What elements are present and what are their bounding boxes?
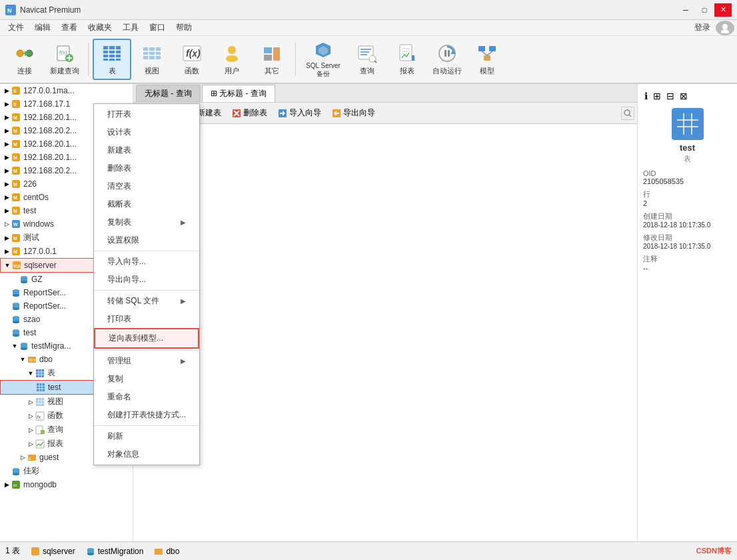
toolbar-sep-1 [88, 43, 89, 76]
restore-button[interactable]: □ [696, 3, 713, 17]
expand-arrow-s10: ▶ [3, 207, 11, 215]
ctx-delete-table[interactable]: 删除表 [94, 159, 199, 177]
ctx-copy[interactable]: 复制 [94, 370, 199, 388]
info-name: test [643, 143, 732, 153]
new-query-label: 新建查询 [50, 66, 79, 76]
ctx-import-wizard[interactable]: 导入向导... [94, 253, 199, 271]
ctx-rename[interactable]: 重命名 [94, 388, 199, 406]
login-label[interactable]: 登录 [689, 21, 716, 35]
info-modified-row: 修改日期 2018-12-18 10:17:35.0 [643, 233, 732, 250]
sidebar-label-tables: 表 [47, 367, 55, 379]
sqlserver-backup-button[interactable]: SQL Server 备份 [300, 39, 347, 80]
other-button[interactable]: 其它 [253, 39, 291, 80]
menu-favorites[interactable]: 收藏夹 [83, 21, 117, 35]
ctx-refresh[interactable]: 刷新 [94, 427, 199, 445]
database-icon-test [11, 327, 21, 338]
schema-icon-guest: g [27, 452, 37, 463]
tab-1[interactable]: 无标题 - 查询 [136, 85, 201, 102]
autorun-icon [436, 43, 458, 64]
ctx-open-table[interactable]: 打开表 [94, 105, 199, 123]
search-btn[interactable] [621, 107, 634, 120]
ctx-sep-1 [94, 251, 199, 251]
expand-arrow-tm: ▼ [11, 342, 19, 350]
ctx-object-info[interactable]: 对象信息 [94, 445, 199, 463]
sidebar-item-jiacai[interactable]: 佳彩 [0, 464, 133, 478]
sidebar-item-s1[interactable]: ▶ S 127.0.0.1ma... [0, 84, 133, 97]
ctx-design-table[interactable]: 设计表 [94, 123, 199, 141]
database-icon-rs1 [11, 287, 21, 298]
svg-text:M: M [13, 169, 17, 173]
sidebar-label-s4: 192.168.20.2... [23, 126, 77, 135]
info-oid-value: 2105058535 [643, 177, 732, 185]
menu-help[interactable]: 帮助 [171, 21, 197, 35]
svg-point-143 [624, 110, 630, 115]
info-columns-btn[interactable]: ⊠ [678, 89, 689, 103]
ctx-new-table[interactable]: 新建表 [94, 141, 199, 159]
view-button[interactable]: 视图 [133, 39, 171, 80]
user-button[interactable]: 用户 [213, 39, 251, 80]
menu-view[interactable]: 查看 [56, 21, 83, 35]
new-query-button[interactable]: f(x) 新建查询 [45, 39, 84, 80]
menu-file[interactable]: 文件 [3, 21, 29, 35]
status-conn3-label: dbo [166, 547, 179, 556]
menu-tools[interactable]: 工具 [117, 21, 144, 35]
model-button[interactable]: 模型 [468, 39, 506, 80]
ctx-clear-table[interactable]: 清空表 [94, 177, 199, 195]
svg-text:W: W [13, 222, 18, 227]
expand-arrow-views: ▷ [27, 398, 35, 406]
table-icon [101, 43, 123, 64]
close-button[interactable]: ✕ [714, 3, 732, 17]
autorun-button[interactable]: 自动运行 [428, 39, 466, 80]
svg-rect-104 [37, 383, 45, 391]
svg-text:M: M [13, 236, 17, 241]
ctx-export-wizard[interactable]: 导出向导... [94, 271, 199, 289]
sidebar-label-s2: 127.168.17.1 [23, 99, 70, 109]
toolbar-sep-2 [295, 43, 296, 76]
svg-line-50 [487, 51, 492, 55]
ctx-set-permissions[interactable]: 设置权限 [94, 231, 199, 249]
sidebar-label-s7: 192.168.20.2... [23, 166, 77, 175]
ctx-copy-table[interactable]: 复制表▶ [94, 213, 199, 231]
sidebar-label-s9: centOs [23, 193, 49, 202]
info-created-row: 创建日期 2018-12-18 10:17:35.0 [643, 211, 732, 229]
status-conn3: dbo [154, 547, 179, 556]
menu-edit[interactable]: 编辑 [29, 21, 56, 35]
other-label: 其它 [265, 66, 279, 76]
ctx-manage-group[interactable]: 管理组▶ [94, 352, 199, 370]
user-label: 用户 [225, 66, 239, 76]
sidebar-label-queries: 查询 [47, 424, 63, 435]
ctx-print-table[interactable]: 打印表 [94, 310, 199, 328]
report-button[interactable]: 报表 [388, 39, 426, 80]
ctx-dump-sql[interactable]: 转储 SQL 文件▶ [94, 292, 199, 310]
query-button[interactable]: 查询 [348, 39, 386, 80]
connection-icon-s10: M [11, 205, 21, 216]
svg-text:S: S [13, 89, 17, 93]
minimize-button[interactable]: ─ [677, 3, 694, 17]
info-comment-row: 注释 -- [643, 254, 732, 272]
tab-2[interactable]: ⊞ 无标题 - 查询 [202, 85, 275, 102]
connection-icon-s3: M [11, 112, 21, 123]
info-grid-btn[interactable]: ⊞ [652, 89, 662, 103]
delete-table-btn[interactable]: 删除表 [228, 106, 271, 120]
sidebar-item-mongodb[interactable]: ▶ M mongodb [0, 478, 133, 491]
menu-window[interactable]: 窗口 [144, 21, 171, 35]
import-wizard-btn[interactable]: 导入向导 [274, 106, 325, 120]
info-modified-label: 修改日期 [643, 233, 732, 243]
ctx-create-shortcut[interactable]: 创建打开表快捷方式... [94, 406, 199, 424]
tables-icon [35, 368, 45, 379]
function-button[interactable]: f(x) 函数 [173, 39, 211, 80]
connect-button[interactable]: 连接 [5, 39, 44, 80]
ctx-sep-3 [94, 350, 199, 351]
context-menu: 打开表 设计表 新建表 删除表 清空表 截断表 复制表▶ 设置权限 导入向导..… [93, 103, 200, 465]
table-button[interactable]: 表 [93, 39, 131, 80]
ctx-reverse-to-model[interactable]: 逆向表到模型... [94, 328, 199, 349]
sidebar-label-gz: GZ [31, 275, 43, 284]
expand-arrow-reports: ▷ [27, 440, 35, 448]
tab-1-label: 无标题 - 查询 [145, 89, 192, 98]
svg-line-49 [482, 51, 487, 55]
info-layout-btn[interactable]: ⊟ [665, 89, 676, 103]
ctx-truncate-table[interactable]: 截断表 [94, 195, 199, 213]
export-wizard-btn[interactable]: 导出向导 [328, 106, 379, 120]
info-icon-btn[interactable]: ℹ [643, 89, 649, 103]
query-icon [357, 43, 378, 64]
